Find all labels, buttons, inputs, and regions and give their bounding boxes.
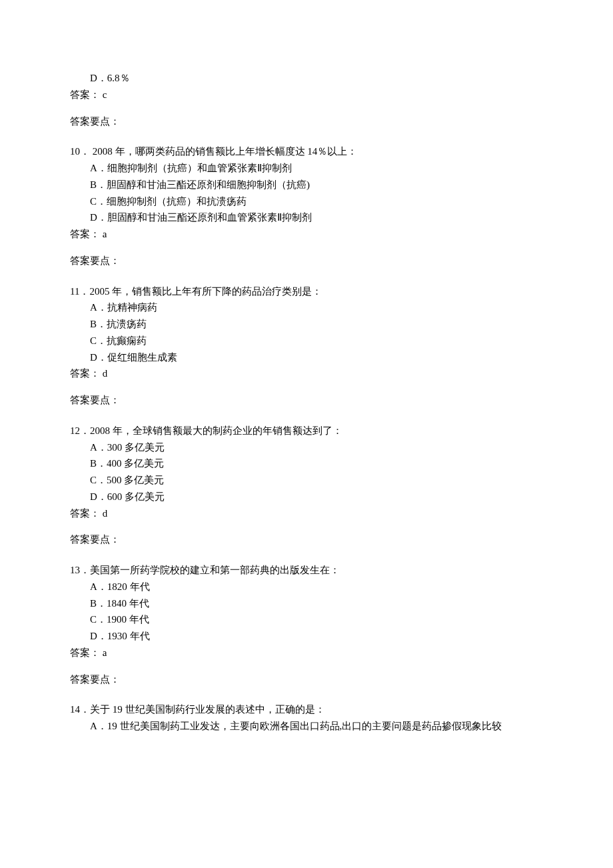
q10-option-c: C．细胞抑制剂（抗癌）和抗溃疡药 — [70, 193, 543, 210]
q14-option-a: A．19 世纪美国制药工业发达，主要向欧洲各国出口药品,出口的主要问题是药品掺假… — [70, 718, 543, 735]
q12-option-a: A．300 多亿美元 — [70, 439, 543, 456]
q11-option-a: A．抗精神病药 — [70, 299, 543, 316]
q10-option-d: D．胆固醇和甘油三酯还原剂和血管紧张素Ⅱ抑制剂 — [70, 209, 543, 226]
spacer — [70, 527, 543, 532]
q10-option-b: B．胆固醇和甘油三酯还原剂和细胞抑制剂（抗癌) — [70, 177, 543, 193]
q12-answer: 答案： d — [70, 505, 543, 522]
q9-option-d: D．6.8％ — [70, 70, 543, 87]
spacer — [70, 666, 543, 671]
spacer — [70, 247, 543, 253]
q10-option-a: A．细胞抑制剂（抗癌）和血管紧张素Ⅱ抑制剂 — [70, 160, 543, 177]
q12-option-c: C．500 多亿美元 — [70, 472, 543, 489]
q13-answer: 答案： a — [70, 645, 543, 661]
q12-option-d: D．600 多亿美元 — [70, 489, 543, 505]
q13-option-d: D．1930 年代 — [70, 628, 543, 645]
q9-answer: 答案： c — [70, 87, 543, 103]
q10-answer: 答案： a — [70, 226, 543, 243]
q13-text: 13．美国第一所药学院校的建立和第一部药典的出版发生在： — [70, 562, 543, 579]
q12-keypoint-label: 答案要点： — [70, 531, 543, 548]
q11-option-c: C．抗癫痫药 — [70, 333, 543, 349]
q13-option-a: A．1820 年代 — [70, 579, 543, 595]
spacer — [70, 387, 543, 393]
spacer — [70, 108, 543, 113]
q13-keypoint-label: 答案要点： — [70, 671, 543, 688]
q11-answer: 答案： d — [70, 365, 543, 382]
q12-text: 12．2008 年，全球销售额最大的制药企业的年销售额达到了： — [70, 423, 543, 439]
q11-text: 11．2005 年，销售额比上年有所下降的药品治疗类别是： — [70, 283, 543, 300]
q12-option-b: B．400 多亿美元 — [70, 455, 543, 472]
q11-option-b: B．抗溃疡药 — [70, 316, 543, 333]
q10-text: 10． 2008 年，哪两类药品的销售额比上年增长幅度达 14％以上： — [70, 143, 543, 160]
document-page: D．6.8％ 答案： c 答案要点： 10． 2008 年，哪两类药品的销售额比… — [0, 0, 613, 868]
q9-keypoint-label: 答案要点： — [70, 113, 543, 130]
q13-option-c: C．1900 年代 — [70, 611, 543, 628]
q11-keypoint-label: 答案要点： — [70, 392, 543, 409]
q14-text: 14．关于 19 世纪美国制药行业发展的表述中，正确的是： — [70, 701, 543, 718]
q10-keypoint-label: 答案要点： — [70, 253, 543, 269]
q11-option-d: D．促红细胞生成素 — [70, 349, 543, 366]
q13-option-b: B．1840 年代 — [70, 595, 543, 612]
